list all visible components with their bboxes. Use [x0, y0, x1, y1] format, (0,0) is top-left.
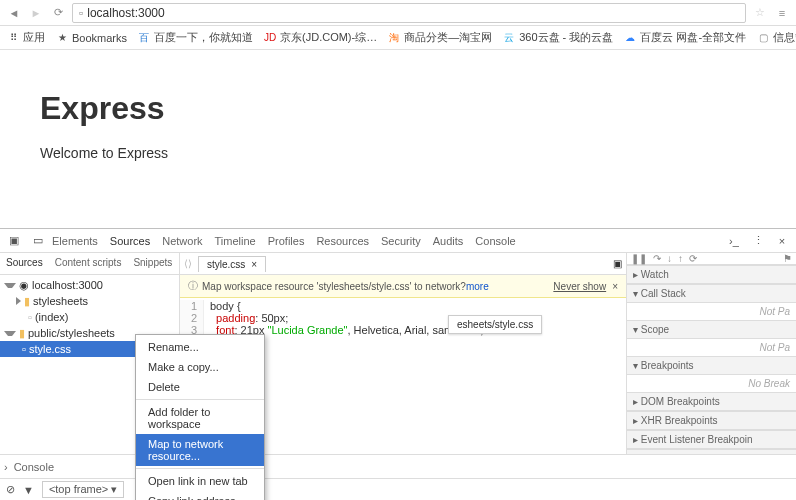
favicon: JD [263, 31, 277, 45]
devtools-tab-timeline[interactable]: Timeline [215, 235, 256, 247]
clear-console-icon[interactable]: ⊘ [6, 483, 15, 496]
workspace-info-bar: ⓘ Map workspace resource 'stylesheets/st… [180, 275, 626, 298]
bookmarks-bar: ⠿应用 ★Bookmarks百百度一下，你就知道JD京东(JD.COM)-综…淘… [0, 26, 796, 50]
bookmark-item[interactable]: ★Bookmarks [55, 30, 127, 45]
pane-callstack[interactable]: ▾ Call Stack [627, 284, 796, 303]
context-menu-item[interactable]: Open link in new tab [136, 471, 264, 491]
page-icon: ▫ [79, 6, 83, 20]
favicon: ★ [55, 31, 69, 45]
context-menu-item[interactable]: Map to network resource... [136, 434, 264, 466]
bookmark-item[interactable]: JD京东(JD.COM)-综… [263, 30, 377, 45]
devtools-tab-audits[interactable]: Audits [433, 235, 464, 247]
breakpoints-status: No Break [627, 375, 796, 392]
devtools-tab-sources[interactable]: Sources [110, 235, 150, 247]
devtools-tab-console[interactable]: Console [475, 235, 515, 247]
chevron-down-icon [4, 283, 16, 288]
console-drawer[interactable]: › Console [0, 454, 796, 478]
bookmark-item[interactable]: 云360云盘 - 我的云盘 [502, 30, 613, 45]
context-menu-item[interactable]: Delete [136, 377, 264, 397]
deactivate-bp-icon[interactable]: ⟳ [689, 253, 697, 264]
favicon: 云 [502, 31, 516, 45]
page-content: Express Welcome to Express [0, 50, 796, 161]
context-menu-item[interactable]: Rename... [136, 337, 264, 357]
folder-icon: ▮ [19, 327, 25, 340]
drawer-icon[interactable]: ›_ [724, 231, 744, 251]
url-text: localhost:3000 [87, 6, 164, 20]
step-into-icon[interactable]: ↓ [667, 253, 672, 264]
nav-back-icon[interactable]: ◄ [6, 5, 22, 21]
apps-icon: ⠿ [6, 31, 20, 45]
kebab-icon[interactable]: ⋮ [748, 231, 768, 251]
devtools-tab-network[interactable]: Network [162, 235, 202, 247]
never-show-link[interactable]: Never show [553, 281, 606, 292]
chevron-right-icon [16, 297, 21, 305]
device-icon[interactable]: ▭ [28, 231, 48, 251]
file-icon: ▫ [28, 311, 32, 323]
editor-expand-icon[interactable]: ▣ [613, 258, 622, 269]
favicon: ▢ [756, 31, 770, 45]
tree-folder-stylesheets[interactable]: ▮stylesheets [0, 293, 179, 309]
favicon: ☁ [623, 31, 637, 45]
sources-subtab[interactable]: Snippets [127, 253, 178, 274]
step-out-icon[interactable]: ↑ [678, 253, 683, 264]
sources-subtab[interactable]: Sources [0, 253, 49, 274]
pause-icon[interactable]: ❚❚ [631, 253, 647, 264]
context-menu-item[interactable]: Copy link address [136, 491, 264, 500]
nav-forward-icon[interactable]: ► [28, 5, 44, 21]
chevron-right-icon: › [4, 461, 8, 473]
pane-watch[interactable]: ▸ Watch [627, 265, 796, 284]
devtools-tab-resources[interactable]: Resources [316, 235, 369, 247]
favicon: 淘 [387, 31, 401, 45]
star-icon[interactable]: ☆ [752, 5, 768, 21]
close-devtools-icon[interactable]: × [772, 231, 792, 251]
globe-icon: ◉ [19, 279, 29, 292]
step-over-icon[interactable]: ↷ [653, 253, 661, 264]
chevron-down-icon [4, 331, 16, 336]
bookmark-item[interactable]: ▢信息管理系统 [756, 30, 796, 45]
callstack-status: Not Pa [627, 303, 796, 320]
close-tab-icon[interactable]: × [251, 259, 257, 270]
address-bar[interactable]: ▫ localhost:3000 [72, 3, 746, 23]
menu-icon[interactable]: ≡ [774, 5, 790, 21]
favicon: 百 [137, 31, 151, 45]
apps-button[interactable]: ⠿应用 [6, 30, 45, 45]
bookmark-item[interactable]: ☁百度云 网盘-全部文件 [623, 30, 746, 45]
async-icon[interactable]: ⚑ [783, 253, 792, 264]
reload-icon[interactable]: ⟳ [50, 5, 66, 21]
pane-breakpoints[interactable]: ▾ Breakpoints [627, 356, 796, 375]
page-title: Express [40, 90, 756, 127]
pane-evl-bp[interactable]: ▸ Event Listener Breakpoin [627, 430, 796, 449]
folder-icon: ▮ [24, 295, 30, 308]
context-menu: Rename...Make a copy...DeleteAdd folder … [135, 334, 265, 500]
inspect-icon[interactable]: ▣ [4, 231, 24, 251]
filter-icon[interactable]: ▼ [23, 484, 34, 496]
devtools-tab-elements[interactable]: Elements [52, 235, 98, 247]
page-welcome: Welcome to Express [40, 145, 756, 161]
devtools-panel: ▣ ▭ ElementsSourcesNetworkTimelineProfil… [0, 228, 796, 500]
pane-dom-bp[interactable]: ▸ DOM Breakpoints [627, 392, 796, 411]
devtools-tab-profiles[interactable]: Profiles [268, 235, 305, 247]
info-icon: ⓘ [188, 279, 198, 293]
path-tooltip: esheets/style.css [448, 315, 542, 334]
close-info-icon[interactable]: × [612, 281, 618, 292]
devtools-tab-security[interactable]: Security [381, 235, 421, 247]
file-icon: ▫ [22, 343, 26, 355]
info-more-link[interactable]: more [466, 281, 489, 292]
tree-origin[interactable]: ◉localhost:3000 [0, 277, 179, 293]
context-selector[interactable]: <top frame> ▾ [42, 481, 124, 498]
pane-scope[interactable]: ▾ Scope [627, 320, 796, 339]
bookmark-item[interactable]: 百百度一下，你就知道 [137, 30, 253, 45]
pane-xhr-bp[interactable]: ▸ XHR Breakpoints [627, 411, 796, 430]
bookmark-item[interactable]: 淘商品分类—淘宝网 [387, 30, 492, 45]
editor-tab-stylecss[interactable]: style.css × [198, 256, 266, 272]
sources-subtab[interactable]: Content scripts [49, 253, 128, 274]
history-back-icon[interactable]: ⟨⟩ [184, 258, 192, 269]
tree-index[interactable]: ▫(index) [0, 309, 179, 325]
scope-status: Not Pa [627, 339, 796, 356]
context-menu-item[interactable]: Make a copy... [136, 357, 264, 377]
context-menu-item[interactable]: Add folder to workspace [136, 402, 264, 434]
